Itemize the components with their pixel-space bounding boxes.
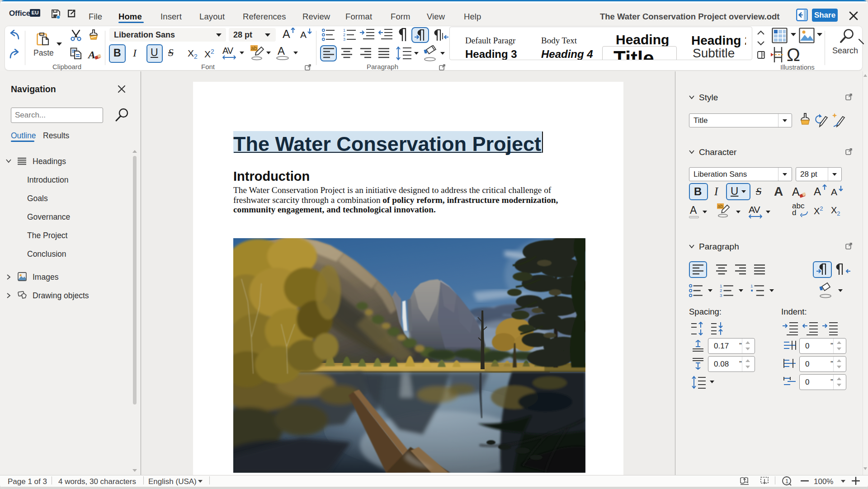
svg-text:1: 1: [750, 283, 753, 288]
svg-text:1: 1: [720, 283, 722, 288]
svg-text:2: 2: [343, 33, 345, 37]
svg-text:ab: ab: [717, 203, 723, 209]
svg-text:3: 3: [720, 293, 722, 298]
svg-text:ab: ab: [251, 45, 257, 52]
svg-text:2: 2: [720, 288, 722, 293]
svg-text:3: 3: [343, 37, 345, 42]
svg-text:1: 1: [343, 28, 345, 33]
svg-text:1: 1: [785, 478, 788, 484]
